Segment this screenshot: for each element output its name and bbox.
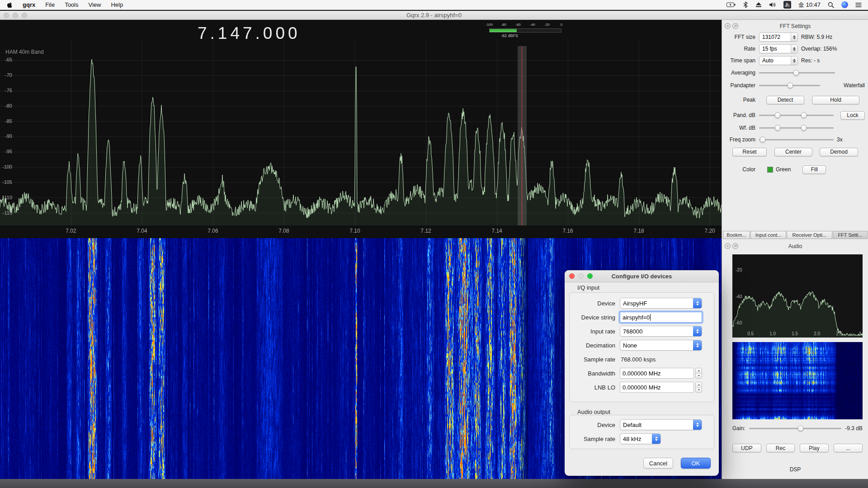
tab-input-controls[interactable]: Input cont... (750, 231, 786, 239)
fill-button[interactable]: Fill (802, 165, 826, 174)
pandapter-waterfall-slider[interactable] (759, 82, 820, 89)
dialog-window-controls (569, 273, 593, 279)
menu-app-gqrx[interactable]: gqrx (23, 1, 35, 8)
reset-button[interactable]: Reset (732, 148, 767, 156)
stepper-down-icon[interactable] (696, 388, 702, 393)
tab-fft-settings[interactable]: FFT Setti... (833, 231, 868, 239)
wf-db-range-slider[interactable] (759, 124, 834, 131)
slider-knob[interactable] (798, 426, 804, 432)
bandwidth-stepper[interactable] (695, 368, 702, 379)
audio-sample-rate-row: Sample rate 48 kHz (571, 433, 709, 445)
dsp-button[interactable]: DSP (722, 466, 868, 473)
window-zoom-button[interactable] (22, 13, 27, 18)
fft-dock-header: × ↗ FFT Settings (722, 22, 868, 31)
spotlight-icon[interactable] (828, 2, 834, 8)
pand-db-range-slider[interactable] (759, 112, 834, 119)
dialog-titlebar[interactable]: Configure I/O devices (565, 270, 719, 282)
volume-icon[interactable] (769, 2, 776, 8)
time-span-row: Time span Auto Res: - s (726, 56, 865, 66)
freq-zoom-slider[interactable] (759, 136, 834, 143)
fft-dock-title: FFT Settings (780, 23, 811, 29)
peak-hold-button[interactable]: Hold (812, 96, 859, 104)
stepper-up-icon[interactable] (696, 382, 702, 388)
audio-waterfall-canvas[interactable] (732, 342, 863, 419)
menu-clock[interactable]: 金 10:47 (798, 1, 821, 9)
decimation-combo[interactable]: None (620, 340, 702, 351)
dock-float-icon[interactable]: ↗ (732, 23, 738, 29)
center-button[interactable]: Center (774, 148, 812, 156)
dock-close-icon[interactable]: × (725, 243, 731, 249)
audio-device-label: Device (571, 422, 615, 428)
freq-tick-label: 7.16 (562, 228, 573, 234)
stepper-up-icon[interactable] (696, 368, 702, 374)
slider-knob[interactable] (801, 113, 807, 118)
menu-view[interactable]: View (88, 1, 101, 8)
audio-db-tick-label: -60 (736, 320, 742, 325)
audio-sample-rate-combo[interactable]: 48 kHz (620, 433, 661, 444)
bluetooth-icon[interactable] (743, 1, 748, 8)
freq-tick-label: 7.06 (208, 228, 218, 234)
spectrum-canvas[interactable] (0, 20, 722, 238)
dialog-close-button[interactable] (569, 273, 575, 279)
window-titlebar[interactable]: Gqrx 2.9 - airspyhf=0 (0, 11, 868, 20)
input-source-icon[interactable]: あ (783, 1, 791, 9)
rate-value: 15 fps (760, 46, 791, 52)
lnb-lo-field[interactable]: 0.000000 MHz (620, 382, 694, 393)
play-button[interactable]: Play (800, 444, 829, 452)
audio-output-group-label: Audio output (577, 408, 610, 415)
rec-button[interactable]: Rec (766, 444, 795, 452)
input-rate-combo[interactable]: 768000 (620, 326, 702, 337)
notification-center-icon[interactable] (855, 2, 862, 8)
audio-spectrum-canvas[interactable] (732, 254, 863, 338)
menu-file[interactable]: File (45, 1, 55, 8)
slider-knob[interactable] (801, 125, 807, 131)
menu-help[interactable]: Help (111, 1, 123, 8)
bandwidth-field[interactable]: 0.000000 MHz (620, 368, 694, 379)
slider-knob[interactable] (775, 113, 781, 118)
slider-knob[interactable] (787, 83, 793, 89)
iq-input-group: Device AirspyHF Device string airspyhf=0… (569, 292, 714, 402)
device-string-input[interactable]: airspyhf=0 (620, 312, 702, 323)
iq-device-combo[interactable]: AirspyHF (620, 298, 702, 309)
window-minimize-button[interactable] (13, 13, 18, 18)
cancel-button[interactable]: Cancel (643, 458, 673, 469)
slider-knob[interactable] (760, 137, 766, 143)
rate-combo[interactable]: 15 fps (759, 44, 798, 53)
peak-detect-button[interactable]: Detect (766, 96, 804, 104)
ok-button[interactable]: OK (681, 458, 711, 469)
dialog-zoom-button[interactable] (587, 273, 593, 279)
dbfs-meter-bar (489, 28, 561, 33)
slider-knob[interactable] (775, 125, 781, 131)
slider-track (759, 115, 834, 116)
device-string-label: Device string (571, 314, 615, 321)
tab-receiver-options[interactable]: Receiver Opti... (787, 231, 832, 239)
combo-arrows-icon (652, 434, 660, 444)
eject-icon[interactable] (755, 2, 762, 8)
gain-slider[interactable] (749, 425, 842, 432)
stepper-down-icon[interactable] (696, 374, 702, 379)
tab-bookmarks[interactable]: Bookm... (723, 231, 750, 239)
siri-icon[interactable] (841, 1, 848, 8)
udp-button[interactable]: UDP (732, 444, 761, 452)
menu-tools[interactable]: Tools (65, 1, 78, 8)
pand-lock-button[interactable]: Lock (840, 111, 865, 120)
averaging-slider[interactable] (759, 69, 835, 76)
fft-color-swatch[interactable] (767, 167, 773, 173)
apple-menu-icon[interactable] (6, 1, 13, 9)
dbfs-meter-scale: -100-80-60-40-200 (489, 23, 561, 28)
dock-float-icon[interactable]: ↗ (732, 243, 738, 249)
audio-dock-buttons: × ↗ (725, 243, 738, 249)
time-span-combo[interactable]: Auto (759, 56, 798, 65)
window-close-button[interactable] (4, 13, 9, 18)
menu-bar: gqrx File Tools View Help あ 金 10:47 (0, 0, 868, 10)
demod-button[interactable]: Demod (820, 148, 858, 156)
device-string-value: airspyhf=0 (623, 314, 650, 321)
lnb-lo-stepper[interactable] (695, 382, 702, 393)
more-button[interactable]: ... (834, 444, 863, 452)
dock-close-icon[interactable]: × (725, 23, 731, 29)
battery-icon[interactable] (726, 2, 736, 8)
audio-device-combo[interactable]: Default (620, 419, 702, 430)
fft-size-combo[interactable]: 131072 (759, 33, 798, 42)
frequency-display[interactable]: 7.147.000 (198, 24, 301, 43)
slider-knob[interactable] (793, 70, 799, 76)
